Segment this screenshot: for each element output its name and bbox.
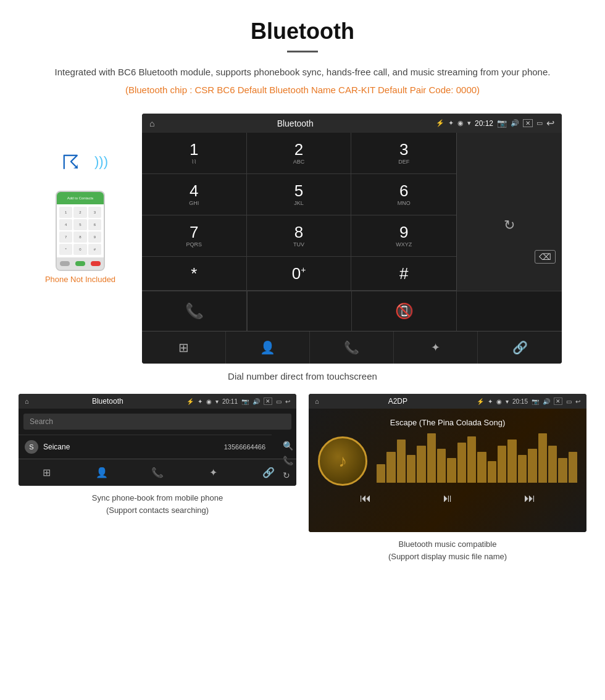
pb-camera-icon: 📷 (241, 398, 249, 405)
pb-nav-bt[interactable]: ✦ (185, 463, 241, 482)
home-icon[interactable]: ⌂ (149, 119, 154, 128)
nav-link[interactable]: 🔗 (478, 331, 562, 364)
dial-key-hash[interactable]: # (351, 257, 456, 291)
pb-signal-icon: ▾ (215, 398, 219, 405)
prev-track-icon[interactable]: ⏮ (360, 492, 371, 505)
close-icon[interactable]: ✕ (523, 119, 533, 127)
phone-key-2: 2 (73, 207, 86, 218)
dial-key-6[interactable]: 6MNO (351, 174, 456, 215)
music-caption: Bluetooth music compatible (Support disp… (385, 532, 510, 562)
backspace-button[interactable]: ⌫ (457, 244, 562, 270)
song-title: Escape (The Pina Colada Song) (318, 418, 577, 427)
dial-key-0[interactable]: 0+ (247, 257, 352, 291)
bottom-screens-row: ⌂ Bluetooth ⚡ ✦ ◉ ▾ 20:11 📷 🔊 ✕ ▭ ↩ Sear… (0, 394, 605, 562)
eq-bar (569, 452, 577, 483)
music-close-icon[interactable]: ✕ (554, 398, 562, 405)
bluetooth-waves-icon: ))) (94, 154, 108, 170)
equalizer-bars (377, 440, 577, 483)
dial-key-star[interactable]: * (142, 257, 247, 291)
dial-key-2[interactable]: 2ABC (247, 133, 352, 174)
dial-key-4[interactable]: 4GHI (142, 174, 247, 215)
music-content-area: Escape (The Pina Colada Song) ♪ ⏮ ⏯ ⏭ (309, 409, 586, 532)
eq-bar (528, 449, 536, 483)
window-icon: ▭ (536, 119, 543, 127)
phone-key-5: 5 (73, 219, 86, 230)
bluetooth-symbol-icon: ☈ (62, 151, 80, 173)
phonebook-status-bar: ⌂ Bluetooth ⚡ ✦ ◉ ▾ 20:11 📷 🔊 ✕ ▭ ↩ (19, 394, 296, 409)
pb-nav-dialpad[interactable]: ⊞ (19, 463, 74, 482)
pb-close-icon[interactable]: ✕ (264, 398, 272, 405)
refresh-icon[interactable]: ↻ (504, 217, 515, 233)
music-controls: ⏮ ⏯ ⏭ (318, 486, 577, 511)
dial-key-3[interactable]: 3DEF (351, 133, 456, 174)
eq-bar (386, 452, 395, 483)
phonebook-body: S Seicane 13566664466 🔍 📞 ↻ (19, 435, 296, 459)
nav-bluetooth[interactable]: ✦ (394, 331, 478, 364)
call-end-button[interactable]: 📵 (352, 291, 457, 331)
phone-key-7: 7 (59, 231, 72, 243)
signal-icon: ▾ (467, 119, 471, 127)
phone-back-btn-icon (60, 261, 70, 266)
dial-key-5[interactable]: 5JKL (247, 174, 352, 215)
back-icon[interactable]: ↩ (546, 117, 554, 129)
phone-bottom-bar (57, 257, 104, 270)
nav-contacts[interactable]: 👤 (226, 331, 310, 364)
nav-recent-calls[interactable]: 📞 (310, 331, 394, 364)
music-time: 20:15 (512, 398, 528, 405)
pb-win-icon: ▭ (276, 398, 282, 405)
dialpad-grid: 1⌇⌇ 2ABC 3DEF 4GHI 5JKL (142, 133, 457, 291)
album-art: ♪ (318, 436, 367, 486)
phonebook-screen: ⌂ Bluetooth ⚡ ✦ ◉ ▾ 20:11 📷 🔊 ✕ ▭ ↩ Sear… (19, 394, 296, 486)
pb-nav-calls[interactable]: 📞 (130, 463, 185, 482)
next-track-icon[interactable]: ⏭ (524, 492, 535, 505)
music-home-icon[interactable]: ⌂ (315, 398, 319, 405)
phonebook-caption-line2: (Support contacts searching) (106, 506, 209, 515)
pb-nav-contacts[interactable]: 👤 (74, 463, 130, 482)
pb-back-icon[interactable]: ↩ (285, 398, 290, 405)
phone-illustration-area: ☈ ))) Add to Contacts 1 2 3 4 5 6 7 8 9 … (19, 114, 142, 364)
pb-home-icon[interactable]: ⌂ (25, 398, 29, 405)
location-icon: ◉ (457, 119, 464, 127)
eq-bar (538, 433, 547, 483)
phone-key-star: * (59, 244, 72, 255)
eq-bar (518, 455, 527, 483)
eq-bar (397, 440, 406, 483)
eq-bar (417, 446, 425, 483)
nav-dialpad[interactable]: ⊞ (142, 331, 226, 364)
refresh-action-icon[interactable]: ↻ (283, 470, 293, 480)
phone-contact-label: Add to Contacts (67, 196, 94, 200)
call-button-green[interactable]: 📞 (142, 291, 247, 331)
phone-device-illustration: Add to Contacts 1 2 3 4 5 6 7 8 9 * 0 # (56, 191, 105, 271)
orange-info: (Bluetooth chip : CSR BC6 Default Blueto… (37, 85, 568, 95)
eq-bar (507, 440, 516, 483)
music-caption-line2: (Support display music file name) (388, 552, 507, 561)
bluetooth-status-icon: ✦ (448, 119, 454, 127)
contact-entry[interactable]: S Seicane 13566664466 (19, 435, 272, 459)
search-action-icon[interactable]: 🔍 (283, 441, 293, 451)
phone-end-btn-icon (91, 261, 101, 266)
dialpad-icon: ⊞ (178, 340, 189, 355)
screen-title: Bluetooth (159, 119, 431, 128)
phone-screen-body: 1 2 3 4 5 6 7 8 9 * 0 # (57, 204, 104, 257)
status-icons-group: ⚡ ✦ ◉ ▾ 20:12 📷 🔊 ✕ ▭ ↩ (436, 117, 554, 129)
dial-key-9[interactable]: 9WXYZ (351, 215, 456, 257)
call-action-icon[interactable]: 📞 (283, 456, 293, 465)
phone-end-icon: 📵 (395, 302, 414, 320)
pb-screen-title: Bluetooth (33, 397, 183, 406)
eq-bar (457, 443, 466, 483)
phone-key-8: 8 (73, 231, 86, 243)
music-screen-title: A2DP (323, 397, 473, 406)
subtitle-text: Integrated with BC6 Bluetooth module, su… (37, 65, 568, 80)
display-action-panel (457, 291, 562, 331)
dial-display-panel: ↻ ⌫ (457, 133, 562, 291)
music-bt-icon: ✦ (488, 398, 493, 405)
dial-key-1[interactable]: 1⌇⌇ (142, 133, 247, 174)
music-back-icon[interactable]: ↩ (575, 398, 580, 405)
music-loc-icon: ◉ (496, 398, 502, 405)
music-caption-line1: Bluetooth music compatible (399, 540, 497, 549)
phonebook-search-bar[interactable]: Search (23, 414, 291, 430)
link-icon: 🔗 (512, 340, 528, 355)
dial-key-7[interactable]: 7PQRS (142, 215, 247, 257)
dial-key-8[interactable]: 8TUV (247, 215, 352, 257)
play-pause-icon[interactable]: ⏯ (442, 492, 453, 505)
